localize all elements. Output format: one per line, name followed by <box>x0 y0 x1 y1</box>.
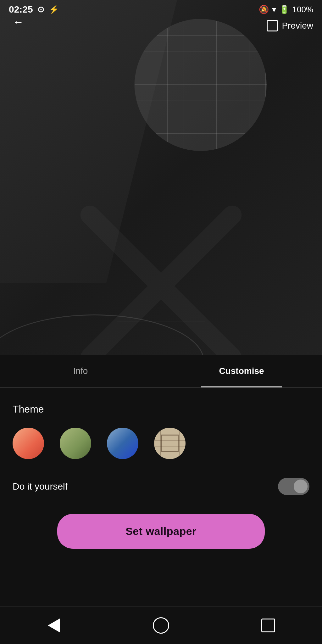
diy-label: Do it yourself <box>13 481 68 492</box>
diy-row: Do it yourself <box>13 478 309 495</box>
theme-olive[interactable] <box>60 428 91 459</box>
toggle-knob <box>294 480 308 493</box>
theme-label: Theme <box>13 403 309 415</box>
nav-back-icon <box>48 619 60 632</box>
tab-customise[interactable]: Customise <box>161 355 322 387</box>
wallpaper-preview <box>0 0 322 377</box>
tabs-container: Info Customise <box>0 355 322 388</box>
preview-icon <box>267 20 278 31</box>
theme-coral[interactable] <box>13 428 44 459</box>
preview-button[interactable]: Preview <box>267 20 313 31</box>
wallpaper-circle <box>135 19 267 151</box>
bottom-panel: Info Customise Theme Do it yourself Set … <box>0 355 322 644</box>
nav-bar <box>0 606 322 644</box>
top-bar: ← Preview <box>0 0 322 38</box>
back-arrow-icon: ← <box>13 15 24 29</box>
nav-home-icon <box>153 617 169 634</box>
diy-toggle[interactable] <box>278 478 309 495</box>
theme-row <box>13 428 309 459</box>
back-button[interactable]: ← <box>9 13 28 31</box>
customise-content: Theme Do it yourself Set wallpaper <box>0 388 322 583</box>
tab-info[interactable]: Info <box>0 355 161 387</box>
nav-home-button[interactable] <box>148 613 174 638</box>
set-wallpaper-button[interactable]: Set wallpaper <box>57 514 265 549</box>
nav-recent-icon <box>261 619 275 632</box>
preview-label: Preview <box>282 21 313 31</box>
theme-grid[interactable] <box>154 428 186 459</box>
nav-back-button[interactable] <box>41 613 66 638</box>
nav-recent-button[interactable] <box>256 613 281 638</box>
grid-pattern <box>135 19 267 151</box>
theme-blue[interactable] <box>107 428 138 459</box>
